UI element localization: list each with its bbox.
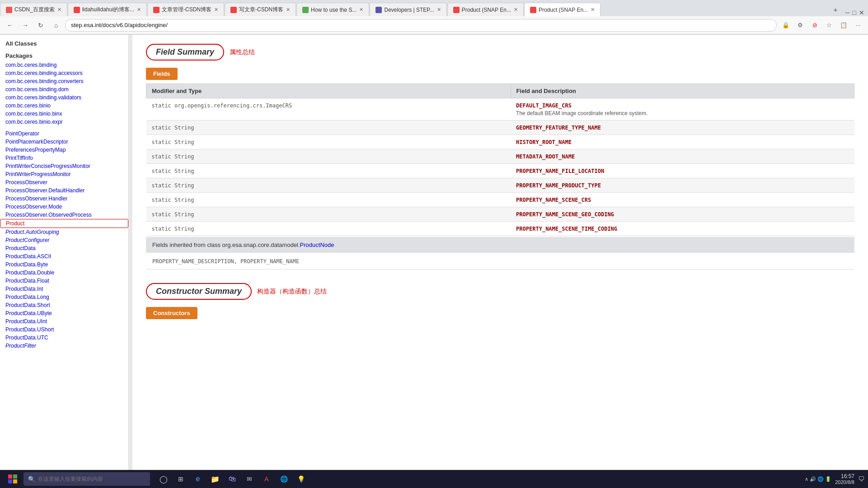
- taskbar-chrome-icon[interactable]: 🌐: [276, 471, 292, 487]
- browser-tab-7[interactable]: Product (SNAP En... ✕: [447, 3, 524, 16]
- sidebar-class-link[interactable]: PrintWriterConciseProgressMonitor: [0, 162, 128, 170]
- more-button[interactable]: ···: [852, 19, 864, 32]
- new-tab-button[interactable]: ＋: [829, 4, 842, 16]
- browser-tab-2[interactable]: lidahuilidahui的博客... ✕: [68, 3, 147, 16]
- sidebar-class-link[interactable]: ProductData.ASCII: [0, 252, 128, 260]
- adblock-icon[interactable]: ⊘: [808, 19, 821, 32]
- browser-tab-1[interactable]: CSDN_百度搜索 ✕: [0, 3, 67, 16]
- taskbar-mail-icon[interactable]: ✉: [241, 471, 258, 487]
- all-classes-title[interactable]: All Classes: [0, 38, 128, 49]
- sidebar-package-link[interactable]: com.bc.ceres.binding.dom: [0, 85, 128, 93]
- sidebar-class-link[interactable]: ProductConfigurer: [0, 236, 128, 244]
- forward-button[interactable]: →: [19, 19, 32, 32]
- browser-tab-5[interactable]: How to use the S... ✕: [296, 3, 369, 16]
- home-button[interactable]: ⌂: [50, 19, 62, 32]
- extensions-icon[interactable]: 🔒: [779, 19, 792, 32]
- sidebar-class-link[interactable]: ProductData: [0, 244, 128, 252]
- sidebar-class-link[interactable]: Product.AutoGrouping: [0, 228, 128, 236]
- constructor-summary-title: Constructor Summary: [146, 283, 252, 300]
- constructor-summary-section: Constructor Summary 构造器（构造函数）总结 Construc…: [146, 283, 854, 319]
- field-link[interactable]: PROPERTY_NAME_FILE_LOCATION: [516, 168, 604, 174]
- taskbar-explorer-icon[interactable]: 📁: [207, 471, 223, 487]
- sidebar-package-link[interactable]: com.bc.ceres.binio: [0, 102, 128, 110]
- sidebar-class-link[interactable]: ProductData.Long: [0, 293, 128, 301]
- sidebar-package-link[interactable]: com.bc.ceres.binding.validators: [0, 93, 128, 102]
- taskbar-edge-icon[interactable]: e: [190, 471, 206, 487]
- sidebar-package-link[interactable]: com.bc.ceres.binding.accessors: [0, 69, 128, 77]
- field-link[interactable]: PROPERTY_NAME_SCENE_TIME_CODING: [516, 226, 617, 232]
- modifier-type-cell: static String: [146, 121, 511, 135]
- table-row: static StringPROPERTY_NAME_SCENE_GEO_COD…: [146, 207, 854, 222]
- field-link[interactable]: HISTORY_ROOT_NAME: [516, 139, 572, 145]
- sidebar-class-link[interactable]: ProductData.UShort: [0, 325, 128, 334]
- taskbar-search-bar[interactable]: 🔍: [23, 472, 150, 486]
- field-link[interactable]: DEFAULT_IMAGE_CRS: [516, 102, 572, 109]
- taskbar-search-input[interactable]: [38, 476, 145, 482]
- reload-button[interactable]: ↻: [34, 19, 47, 32]
- sidebar-class-link[interactable]: ProcessObserver.ObservedProcess: [0, 211, 128, 219]
- maximize-button[interactable]: □: [853, 9, 856, 16]
- field-summary-subtitle: 属性总结: [230, 48, 255, 56]
- sidebar-class-link[interactable]: ProcessObserver.Handler: [0, 195, 128, 203]
- back-button[interactable]: ←: [4, 19, 16, 32]
- sidebar-class-link[interactable]: ProductData.Short: [0, 301, 128, 309]
- field-link[interactable]: PROPERTY_NAME_PRODUCT_TYPE: [516, 182, 601, 189]
- sidebar-package-link[interactable]: com.bc.ceres.binio.binx: [0, 110, 128, 118]
- taskbar-quick-icons: ◯ ⊞ e 📁 🛍 ✉ A 🌐 💡: [155, 471, 309, 487]
- sidebar-class-link[interactable]: ProductData.UByte: [0, 309, 128, 317]
- collections-icon[interactable]: 📋: [837, 19, 850, 32]
- taskbar-store-icon[interactable]: 🛍: [224, 471, 240, 487]
- sidebar-class-link[interactable]: PrintWriterProgressMonitor: [0, 170, 128, 178]
- constructors-button[interactable]: Constructors: [146, 307, 197, 319]
- taskbar-view-icon[interactable]: ⊞: [173, 471, 189, 487]
- sidebar-class-link[interactable]: PreferencesPropertyMap: [0, 146, 128, 154]
- start-button[interactable]: [4, 471, 22, 487]
- sidebar-class-link[interactable]: PointOperator: [0, 130, 128, 138]
- sidebar-class-link[interactable]: ProductData.Int: [0, 285, 128, 293]
- taskbar-adobeair-icon[interactable]: A: [258, 471, 275, 487]
- fields-button[interactable]: Fields: [146, 68, 178, 80]
- close-button[interactable]: ✕: [859, 9, 864, 16]
- sidebar-class-link[interactable]: Product: [0, 219, 128, 228]
- content-area: Field Summary 属性总结 Fields Modifier and T…: [132, 35, 868, 470]
- sidebar-package-link[interactable]: com.bc.ceres.binio.expr: [0, 118, 128, 126]
- sidebar-class-link[interactable]: PointPlacemarkDescriptor: [0, 138, 128, 146]
- table-row: static StringPROPERTY_NAME_FILE_LOCATION: [146, 164, 854, 178]
- taskbar: 🔍 ◯ ⊞ e 📁 🛍 ✉ A 🌐 💡 ∧ 🔊 🌐 🔋 16:57 2020/8…: [0, 470, 868, 488]
- field-link[interactable]: PROPERTY_NAME_SCENE_CRS: [516, 197, 591, 203]
- taskbar-date-display: 2020/8/8: [835, 479, 854, 485]
- modifier-type-cell: static String: [146, 222, 511, 236]
- inherited-link[interactable]: ProductNode: [300, 242, 334, 248]
- modifier-type-cell: static String: [146, 193, 511, 207]
- sidebar-class-link[interactable]: ProductData.UTC: [0, 334, 128, 342]
- sidebar-class-link[interactable]: ProductData.UInt: [0, 317, 128, 325]
- modifier-type-cell: static String: [146, 149, 511, 164]
- sidebar-class-link[interactable]: ProductFilter: [0, 342, 128, 350]
- taskbar-cortana-icon[interactable]: ◯: [155, 471, 172, 487]
- sidebar-class-link[interactable]: PrintTiffInfo: [0, 154, 128, 162]
- browser-tab-8[interactable]: Product (SNAP En... ✕: [524, 3, 601, 16]
- field-link[interactable]: GEOMETRY_FEATURE_TYPE_NAME: [516, 125, 601, 131]
- sidebar-class-link[interactable]: ProcessObserver.Mode: [0, 203, 128, 211]
- sidebar-class-link[interactable]: ProcessObserver.DefaultHandler: [0, 186, 128, 195]
- notification-icon[interactable]: 🗨: [858, 475, 864, 483]
- sidebar-class-link[interactable]: ProductData.Double: [0, 269, 128, 277]
- browser-tab-6[interactable]: Developers | STEP... ✕: [370, 3, 446, 16]
- resize-handle[interactable]: [129, 35, 132, 470]
- modifier-type-header: Modifier and Type: [146, 84, 511, 98]
- browser-tab-3[interactable]: 文章管理-CSDN博客 ✕: [147, 3, 224, 16]
- sidebar-class-link[interactable]: ProductData.Byte: [0, 260, 128, 269]
- browser-chrome: CSDN_百度搜索 ✕ lidahuilidahui的博客... ✕ 文章管理-…: [0, 0, 868, 35]
- field-link[interactable]: PROPERTY_NAME_SCENE_GEO_CODING: [516, 211, 614, 218]
- minimize-button[interactable]: ─: [845, 9, 850, 16]
- browser-tab-4[interactable]: 写文章-CSDN博客 ✕: [225, 3, 296, 16]
- sidebar-class-link[interactable]: ProcessObserver: [0, 178, 128, 186]
- favorites-icon[interactable]: ☆: [823, 19, 835, 32]
- taskbar-idea-icon[interactable]: 💡: [293, 471, 309, 487]
- address-bar[interactable]: step.esa.int/docs/v6.0/apidoc/engine/: [65, 19, 777, 32]
- sidebar-class-link[interactable]: ProductData.Float: [0, 277, 128, 285]
- profile-icon[interactable]: ⚙: [794, 19, 807, 32]
- sidebar-package-link[interactable]: com.bc.ceres.binding.converters: [0, 77, 128, 85]
- field-link[interactable]: METADATA_ROOT_NAME: [516, 153, 575, 160]
- sidebar-package-link[interactable]: com.bc.ceres.binding: [0, 61, 128, 69]
